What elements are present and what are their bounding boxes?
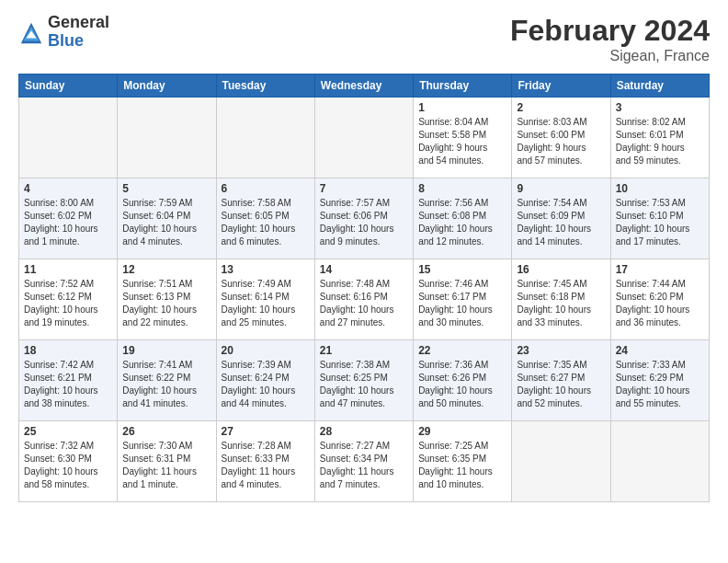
- day-number: 27: [222, 425, 310, 438]
- day-number: 23: [517, 344, 605, 357]
- day-number: 14: [320, 263, 408, 276]
- calendar-cell: 10Sunrise: 7:53 AM Sunset: 6:10 PM Dayli…: [610, 178, 709, 259]
- day-info: Sunrise: 7:57 AM Sunset: 6:06 PM Dayligh…: [320, 197, 408, 248]
- calendar-cell: 29Sunrise: 7:25 AM Sunset: 6:35 PM Dayli…: [414, 421, 512, 502]
- calendar-cell: 8Sunrise: 7:56 AM Sunset: 6:08 PM Daylig…: [414, 178, 512, 259]
- header: General Blue February 2024 Sigean, Franc…: [18, 14, 710, 64]
- location-title: Sigean, France: [510, 48, 710, 64]
- calendar-cell: 15Sunrise: 7:46 AM Sunset: 6:17 PM Dayli…: [414, 259, 512, 340]
- calendar-cell: 14Sunrise: 7:48 AM Sunset: 6:16 PM Dayli…: [314, 259, 413, 340]
- calendar-cell: [512, 421, 610, 502]
- logo-blue: Blue: [48, 32, 109, 51]
- calendar-cell: 17Sunrise: 7:44 AM Sunset: 6:20 PM Dayli…: [610, 259, 709, 340]
- day-info: Sunrise: 7:51 AM Sunset: 6:13 PM Dayligh…: [122, 278, 210, 329]
- day-number: 2: [517, 101, 605, 114]
- day-info: Sunrise: 7:36 AM Sunset: 6:26 PM Dayligh…: [418, 359, 506, 410]
- calendar-cell: 24Sunrise: 7:33 AM Sunset: 6:29 PM Dayli…: [610, 340, 709, 421]
- calendar-cell: [216, 98, 314, 178]
- calendar-week-row: 1Sunrise: 8:04 AM Sunset: 5:58 PM Daylig…: [19, 98, 710, 178]
- day-number: 26: [122, 425, 210, 438]
- day-info: Sunrise: 7:53 AM Sunset: 6:10 PM Dayligh…: [616, 197, 704, 248]
- weekday-header: Saturday: [610, 75, 709, 98]
- day-info: Sunrise: 7:44 AM Sunset: 6:20 PM Dayligh…: [616, 278, 704, 329]
- day-number: 4: [24, 182, 112, 195]
- calendar-cell: 28Sunrise: 7:27 AM Sunset: 6:34 PM Dayli…: [314, 421, 413, 502]
- day-number: 1: [418, 101, 506, 114]
- logo-text: General Blue: [48, 14, 109, 51]
- weekday-header: Sunday: [19, 75, 118, 98]
- calendar-cell: 21Sunrise: 7:38 AM Sunset: 6:25 PM Dayli…: [314, 340, 413, 421]
- day-number: 12: [122, 263, 210, 276]
- month-title: February 2024: [510, 14, 710, 48]
- day-info: Sunrise: 7:39 AM Sunset: 6:24 PM Dayligh…: [222, 359, 310, 410]
- calendar-cell: 3Sunrise: 8:02 AM Sunset: 6:01 PM Daylig…: [610, 98, 709, 178]
- day-number: 29: [418, 425, 506, 438]
- day-number: 7: [320, 182, 408, 195]
- day-number: 15: [418, 263, 506, 276]
- calendar-cell: 19Sunrise: 7:41 AM Sunset: 6:22 PM Dayli…: [118, 340, 216, 421]
- calendar-cell: 5Sunrise: 7:59 AM Sunset: 6:04 PM Daylig…: [118, 178, 216, 259]
- day-info: Sunrise: 7:54 AM Sunset: 6:09 PM Dayligh…: [517, 197, 605, 248]
- calendar-table: SundayMondayTuesdayWednesdayThursdayFrid…: [18, 74, 710, 502]
- weekday-header: Monday: [118, 75, 216, 98]
- weekday-header: Thursday: [414, 75, 512, 98]
- calendar-week-row: 18Sunrise: 7:42 AM Sunset: 6:21 PM Dayli…: [19, 340, 710, 421]
- calendar-cell: 2Sunrise: 8:03 AM Sunset: 6:00 PM Daylig…: [512, 98, 610, 178]
- day-number: 18: [24, 344, 112, 357]
- day-number: 5: [122, 182, 210, 195]
- day-info: Sunrise: 8:02 AM Sunset: 6:01 PM Dayligh…: [616, 116, 704, 167]
- day-info: Sunrise: 7:32 AM Sunset: 6:30 PM Dayligh…: [24, 440, 112, 491]
- calendar-cell: [118, 98, 216, 178]
- calendar-cell: 27Sunrise: 7:28 AM Sunset: 6:33 PM Dayli…: [216, 421, 314, 502]
- calendar-cell: 1Sunrise: 8:04 AM Sunset: 5:58 PM Daylig…: [414, 98, 512, 178]
- day-number: 6: [222, 182, 310, 195]
- day-number: 16: [517, 263, 605, 276]
- day-number: 24: [616, 344, 704, 357]
- day-info: Sunrise: 7:41 AM Sunset: 6:22 PM Dayligh…: [122, 359, 210, 410]
- header-row: SundayMondayTuesdayWednesdayThursdayFrid…: [19, 75, 710, 98]
- weekday-header: Tuesday: [216, 75, 314, 98]
- calendar-cell: 22Sunrise: 7:36 AM Sunset: 6:26 PM Dayli…: [414, 340, 512, 421]
- calendar-cell: 26Sunrise: 7:30 AM Sunset: 6:31 PM Dayli…: [118, 421, 216, 502]
- calendar-week-row: 11Sunrise: 7:52 AM Sunset: 6:12 PM Dayli…: [19, 259, 710, 340]
- day-number: 17: [616, 263, 704, 276]
- day-info: Sunrise: 7:58 AM Sunset: 6:05 PM Dayligh…: [222, 197, 310, 248]
- day-info: Sunrise: 7:46 AM Sunset: 6:17 PM Dayligh…: [418, 278, 506, 329]
- day-info: Sunrise: 7:49 AM Sunset: 6:14 PM Dayligh…: [222, 278, 310, 329]
- calendar-cell: 12Sunrise: 7:51 AM Sunset: 6:13 PM Dayli…: [118, 259, 216, 340]
- weekday-header: Friday: [512, 75, 610, 98]
- day-number: 22: [418, 344, 506, 357]
- day-info: Sunrise: 8:03 AM Sunset: 6:00 PM Dayligh…: [517, 116, 605, 167]
- calendar-cell: [314, 98, 413, 178]
- calendar-cell: 4Sunrise: 8:00 AM Sunset: 6:02 PM Daylig…: [19, 178, 118, 259]
- day-number: 3: [616, 101, 704, 114]
- calendar-cell: 11Sunrise: 7:52 AM Sunset: 6:12 PM Dayli…: [19, 259, 118, 340]
- logo: General Blue: [18, 14, 109, 51]
- weekday-header: Wednesday: [314, 75, 413, 98]
- day-number: 25: [24, 425, 112, 438]
- calendar-cell: [610, 421, 709, 502]
- day-info: Sunrise: 7:56 AM Sunset: 6:08 PM Dayligh…: [418, 197, 506, 248]
- calendar-cell: 25Sunrise: 7:32 AM Sunset: 6:30 PM Dayli…: [19, 421, 118, 502]
- day-number: 13: [222, 263, 310, 276]
- day-number: 10: [616, 182, 704, 195]
- logo-general: General: [48, 14, 109, 32]
- calendar-week-row: 25Sunrise: 7:32 AM Sunset: 6:30 PM Dayli…: [19, 421, 710, 502]
- day-info: Sunrise: 7:30 AM Sunset: 6:31 PM Dayligh…: [122, 440, 210, 491]
- day-info: Sunrise: 7:45 AM Sunset: 6:18 PM Dayligh…: [517, 278, 605, 329]
- calendar-cell: 13Sunrise: 7:49 AM Sunset: 6:14 PM Dayli…: [216, 259, 314, 340]
- calendar-cell: 6Sunrise: 7:58 AM Sunset: 6:05 PM Daylig…: [216, 178, 314, 259]
- calendar-cell: 18Sunrise: 7:42 AM Sunset: 6:21 PM Dayli…: [19, 340, 118, 421]
- day-info: Sunrise: 7:38 AM Sunset: 6:25 PM Dayligh…: [320, 359, 408, 410]
- calendar-cell: 16Sunrise: 7:45 AM Sunset: 6:18 PM Dayli…: [512, 259, 610, 340]
- day-info: Sunrise: 7:42 AM Sunset: 6:21 PM Dayligh…: [24, 359, 112, 410]
- calendar-cell: 23Sunrise: 7:35 AM Sunset: 6:27 PM Dayli…: [512, 340, 610, 421]
- day-info: Sunrise: 8:00 AM Sunset: 6:02 PM Dayligh…: [24, 197, 112, 248]
- day-info: Sunrise: 7:27 AM Sunset: 6:34 PM Dayligh…: [320, 440, 408, 491]
- calendar-cell: 9Sunrise: 7:54 AM Sunset: 6:09 PM Daylig…: [512, 178, 610, 259]
- day-number: 28: [320, 425, 408, 438]
- page: General Blue February 2024 Sigean, Franc…: [0, 0, 728, 563]
- day-info: Sunrise: 7:35 AM Sunset: 6:27 PM Dayligh…: [517, 359, 605, 410]
- logo-icon: [18, 20, 44, 46]
- title-block: February 2024 Sigean, France: [510, 14, 710, 64]
